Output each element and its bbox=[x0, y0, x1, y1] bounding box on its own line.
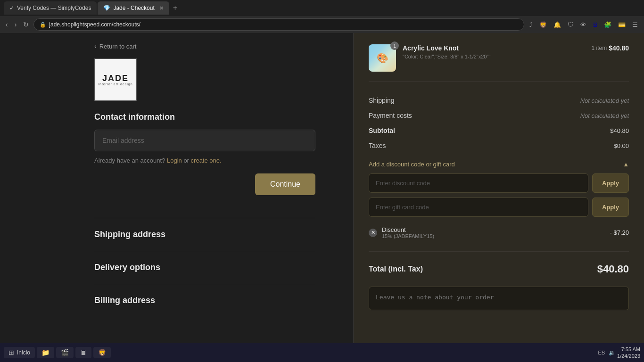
discount-code-label: 15% (JADEFAMILY15) bbox=[382, 233, 605, 239]
date-display: 1/24/2023 bbox=[617, 353, 640, 359]
total-value: $40.80 bbox=[597, 263, 629, 275]
windows-icon: ⊞ bbox=[8, 349, 14, 356]
forward-button[interactable]: › bbox=[13, 19, 19, 30]
taskbar-vlc-button[interactable]: 🎬 bbox=[56, 347, 74, 358]
back-button[interactable]: ‹ bbox=[4, 19, 10, 30]
return-to-cart-link[interactable]: ‹ Return to cart bbox=[94, 42, 315, 50]
right-panel: 🎨 1 Acrylic Love Knot "Color: Clear","Si… bbox=[354, 33, 644, 362]
shield-icon[interactable]: 🛡 bbox=[565, 20, 576, 30]
login-link[interactable]: Login bbox=[167, 157, 182, 164]
divider-2 bbox=[94, 251, 315, 251]
continue-row: Continue bbox=[94, 173, 315, 206]
folder-icon: 📁 bbox=[41, 349, 50, 356]
discount-section: Add a discount code or gift card ▲ Apply… bbox=[369, 161, 629, 244]
tab-favicon: ✓ bbox=[9, 5, 14, 11]
tab-title-active: Jade - Checkout bbox=[113, 5, 154, 11]
item-name: Acrylic Love Knot bbox=[403, 44, 581, 52]
extension-icon[interactable]: 🔔 bbox=[551, 20, 563, 30]
discount-code-input[interactable] bbox=[369, 173, 588, 193]
billing-address-title: Billing address bbox=[94, 296, 315, 305]
tab-favicon-active: 💎 bbox=[103, 5, 110, 11]
page-container: ‹ Return to cart JADE interior art desig… bbox=[0, 33, 644, 362]
taxes-label: Taxes bbox=[369, 142, 386, 149]
browser-nav: ‹ › ↻ 🔒 jade.shoplightspeed.com/checkout… bbox=[0, 16, 644, 33]
item-details: Acrylic Love Knot "Color: Clear","Size: … bbox=[403, 44, 581, 59]
order-item: 🎨 1 Acrylic Love Knot "Color: Clear","Si… bbox=[369, 44, 629, 82]
payment-costs-label: Payment costs bbox=[369, 112, 412, 119]
url-text: jade.shoplightspeed.com/checkouts/ bbox=[49, 21, 140, 28]
taskbar: ⊞ Inicio 📁 🎬 🖩 🦁 ES 🔉 7:55 AM 1/24/2023 bbox=[0, 343, 644, 362]
apply-gift-card-button[interactable]: Apply bbox=[592, 197, 629, 217]
taxes-value: $0.00 bbox=[613, 142, 629, 149]
share-button[interactable]: ⤴ bbox=[527, 20, 535, 30]
time-display: 7:55 AM bbox=[617, 346, 640, 353]
apply-discount-button[interactable]: Apply bbox=[592, 173, 629, 193]
browser-chrome: ✓ Verify Codes — SimplyCodes 💎 Jade - Ch… bbox=[0, 0, 644, 33]
vlc-icon: 🎬 bbox=[61, 349, 69, 356]
create-account-link[interactable]: create one. bbox=[191, 157, 222, 164]
language-indicator: ES bbox=[598, 350, 605, 355]
total-separator bbox=[369, 251, 629, 252]
tab-title: Verify Codes — SimplyCodes bbox=[17, 5, 91, 11]
brave-taskbar-icon: 🦁 bbox=[98, 349, 106, 356]
total-label: Total (incl. Tax) bbox=[369, 265, 423, 273]
return-to-cart-label: Return to cart bbox=[99, 43, 137, 50]
new-tab-button[interactable]: + bbox=[170, 4, 180, 12]
discount-toggle[interactable]: Add a discount code or gift card ▲ bbox=[369, 161, 629, 168]
puzzle-icon[interactable]: 🧩 bbox=[602, 20, 614, 30]
gift-card-code-row: Apply bbox=[369, 197, 629, 217]
subtotal-row: Subtotal $40.80 bbox=[369, 123, 629, 138]
taskbar-system: ES 🔉 bbox=[598, 350, 615, 356]
logo: JADE interior art design bbox=[98, 74, 132, 86]
item-price: $40.80 bbox=[609, 44, 629, 52]
taskbar-files-button[interactable]: 📁 bbox=[37, 347, 54, 358]
email-field[interactable] bbox=[94, 130, 315, 151]
taskbar-clock: 7:55 AM 1/24/2023 bbox=[617, 346, 640, 360]
delivery-options-title: Delivery options bbox=[94, 263, 315, 272]
browser-tabs: ✓ Verify Codes — SimplyCodes 💎 Jade - Ch… bbox=[0, 0, 644, 16]
product-image-wrapper: 🎨 1 bbox=[369, 44, 396, 72]
divider-3 bbox=[94, 284, 315, 284]
subtotal-label: Subtotal bbox=[369, 127, 395, 134]
subtotal-value: $40.80 bbox=[610, 127, 629, 134]
total-row: Total (incl. Tax) $40.80 bbox=[369, 259, 629, 279]
tab-close-icon[interactable]: ✕ bbox=[159, 5, 164, 11]
gift-card-input[interactable] bbox=[369, 197, 588, 217]
divider-1 bbox=[94, 218, 315, 218]
extension2-icon[interactable]: 👁 bbox=[578, 20, 589, 30]
logo-sub-text: interior art design bbox=[98, 82, 132, 86]
menu-icon[interactable]: ☰ bbox=[630, 20, 640, 30]
discount-amount: - $7.20 bbox=[610, 229, 629, 236]
payment-costs-value: Not calculated yet bbox=[580, 112, 629, 119]
chevron-up-icon: ▲ bbox=[623, 161, 629, 168]
taskbar-browser-button[interactable]: 🦁 bbox=[93, 347, 111, 358]
wallet-icon[interactable]: 💳 bbox=[616, 20, 628, 30]
remove-discount-button[interactable]: ✕ bbox=[369, 229, 377, 237]
order-note-input[interactable] bbox=[369, 287, 629, 310]
discount-toggle-label: Add a discount code or gift card bbox=[369, 161, 455, 168]
payment-costs-row: Payment costs Not calculated yet bbox=[369, 108, 629, 123]
left-panel: ‹ Return to cart JADE interior art desig… bbox=[0, 33, 354, 362]
contact-section-title: Contact information bbox=[94, 112, 315, 122]
browser-actions: ⤴ 🦁 🔔 🛡 👁 B 🧩 💳 ☰ bbox=[527, 20, 640, 30]
logo-container: JADE interior art design bbox=[94, 58, 137, 101]
reload-button[interactable]: ↻ bbox=[21, 19, 31, 30]
bing-icon[interactable]: B bbox=[591, 20, 600, 30]
taskbar-calc-button[interactable]: 🖩 bbox=[75, 347, 91, 358]
discount-code-row: Apply bbox=[369, 173, 629, 193]
shipping-row: Shipping Not calculated yet bbox=[369, 93, 629, 108]
brave-icon[interactable]: 🦁 bbox=[537, 20, 549, 30]
tab-verify-codes[interactable]: ✓ Verify Codes — SimplyCodes bbox=[4, 1, 97, 15]
system-icons: 🔉 bbox=[609, 350, 615, 356]
item-quantity-badge: 1 bbox=[390, 41, 399, 50]
tab-jade-checkout[interactable]: 💎 Jade - Checkout ✕ bbox=[98, 1, 169, 15]
start-button[interactable]: ⊞ Inicio bbox=[4, 347, 35, 358]
account-text: Already have an account? Login or create… bbox=[94, 157, 315, 164]
shipping-label: Shipping bbox=[369, 97, 395, 104]
item-price-row: 1 item $40.80 bbox=[587, 44, 629, 52]
applied-discount-row: ✕ Discount 15% (JADEFAMILY15) - $7.20 bbox=[369, 222, 629, 244]
address-bar[interactable]: 🔒 jade.shoplightspeed.com/checkouts/ bbox=[33, 18, 524, 31]
item-count: 1 item bbox=[591, 45, 607, 51]
logo-main-text: JADE bbox=[98, 74, 132, 82]
continue-button[interactable]: Continue bbox=[255, 173, 315, 195]
